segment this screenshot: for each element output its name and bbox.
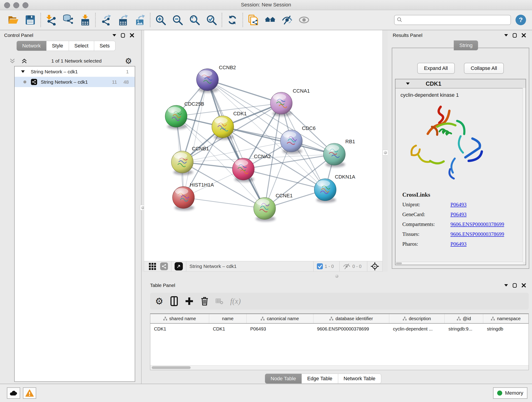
tab-string[interactable]: String [454,40,478,51]
network-view-canvas[interactable]: CCNB2 CCNA1 CDC25B CDK1 CDC6 RB1 CCNB1 C… [144,30,383,261]
network-edge[interactable] [184,198,265,209]
zoom-out-button[interactable] [171,13,184,27]
column-header-2[interactable]: canonical name [247,314,313,323]
show-hide-graphics-button[interactable] [281,13,293,27]
collapse-all-button[interactable]: Collapse All [464,63,504,74]
network-edge[interactable] [207,80,265,209]
network-node[interactable]: CCNB2 [196,65,236,93]
cloud-status-button[interactable] [7,387,20,399]
column-header-0[interactable]: shared name [150,314,209,323]
column-header-3[interactable]: database identifier [313,314,389,323]
collection-expander-icon[interactable] [21,70,25,73]
results-horizontal-scrollbar[interactable] [395,262,523,265]
import-table-button[interactable] [79,13,91,27]
crosslink-tissues-link[interactable]: 9606.ENSP00000378699 [450,231,504,237]
expand-all-networks-icon[interactable] [21,58,28,64]
birds-eye-view-icon[interactable] [175,262,183,270]
tab-style[interactable]: Style [46,41,69,51]
network-graph[interactable]: CCNB2 CCNA1 CDC25B CDK1 CDC6 RB1 CCNB1 C… [144,30,382,261]
table-options-gear-icon[interactable]: ⚙ [155,297,163,306]
network-row[interactable]: String Network – cdk1 11 48 [15,77,135,87]
column-header-5[interactable]: @id [445,314,483,323]
network-collection-row[interactable]: String Network – cdk1 1 [15,66,135,77]
tab-select[interactable]: Select [69,41,94,51]
network-node[interactable]: CDK1 [212,111,247,140]
zoom-fit-content-button[interactable] [188,13,201,27]
horizontal-splitter-handle[interactable] [335,274,338,278]
tab-network-table[interactable]: Network Table [338,374,381,384]
selected-checkbox-icon[interactable] [317,263,323,269]
create-column-plus-icon[interactable] [185,297,194,306]
network-grid-view-icon[interactable] [148,262,157,270]
network-node[interactable]: HIST1H1A [172,182,214,211]
results-panel-maximize-icon[interactable] [513,33,517,38]
preview-mode-button[interactable] [298,13,310,27]
table-panel-float-icon[interactable] [504,284,508,287]
control-panel-maximize-icon[interactable] [121,33,125,38]
right-splitter-handle[interactable] [383,150,388,155]
apply-preferred-layout-button[interactable] [226,13,239,27]
tab-network[interactable]: Network [17,41,46,51]
network-share-view-icon[interactable] [160,262,168,270]
tab-node-table[interactable]: Node Table [265,374,302,384]
string-home-icon [265,14,276,26]
export-table-button[interactable] [116,13,129,27]
table-row[interactable]: CDK1 CDK1 P06493 9606.ENSP00000378699 cy… [150,324,529,334]
import-network-button[interactable] [45,13,57,27]
apply-preferred-layout-icon [227,14,238,26]
export-table-icon [117,14,128,26]
string-home-button[interactable] [264,13,277,27]
table-panel-close-icon[interactable] [521,283,526,288]
network-node[interactable]: CCNA1 [270,88,310,116]
delete-column-trash-icon[interactable] [201,296,209,306]
table-scrollbar-thumb[interactable] [152,366,191,369]
memory-button[interactable]: Memory [493,387,527,399]
fit-selected-crosshair-icon[interactable] [370,262,379,271]
crosslink-genecard-link[interactable]: P06493 [450,211,467,217]
search-input[interactable] [394,15,511,25]
crosslink-pharos-link[interactable]: P06493 [450,241,467,247]
control-panel-title: Control Panel [4,32,33,38]
column-header-6[interactable]: namespace [483,314,529,323]
string-protein-query-icon [248,14,259,26]
network-edge[interactable] [207,80,281,103]
control-panel-close-icon[interactable] [130,33,134,38]
zoom-in-button[interactable] [154,13,167,27]
table-horizontal-scrollbar[interactable] [150,365,529,370]
table-panel-maximize-icon[interactable] [513,283,517,288]
zoom-selected-button[interactable] [205,13,218,27]
save-session-button[interactable] [24,13,37,27]
gene-expander-icon[interactable] [406,83,410,85]
hidden-eye-slash-icon[interactable] [343,263,351,269]
export-network-button[interactable] [99,13,112,27]
tab-edge-table[interactable]: Edge Table [302,374,338,384]
help-button[interactable]: ? [515,15,526,25]
network-node[interactable]: RB1 [323,139,355,167]
results-panel-close-icon[interactable] [521,33,526,38]
crosslink-label: Tissues: [402,231,450,237]
import-network-from-database-button[interactable] [62,13,75,27]
column-header-1[interactable]: name [209,314,247,323]
column-header-4[interactable]: description [389,314,445,323]
tab-sets[interactable]: Sets [94,41,115,51]
crosslink-uniprot-link[interactable]: P06493 [450,202,467,208]
network-node[interactable]: CCNB1 [171,146,209,175]
string-protein-query-button[interactable] [247,13,260,27]
results-vertical-scrollbar[interactable] [523,88,526,262]
show-columns-icon[interactable] [170,296,178,306]
network-node[interactable]: CDKN1A [314,174,355,203]
network-options-gear-icon[interactable]: ⚙ [125,57,132,65]
right-splitter[interactable] [383,30,388,272]
results-panel-float-icon[interactable] [504,34,508,36]
export-image-button[interactable] [133,13,146,27]
network-edge-count: 48 [123,79,129,85]
expand-all-button[interactable]: Expand All [417,63,455,74]
crosslink-compartments-link[interactable]: 9606.ENSP00000378699 [450,221,504,227]
network-edge[interactable] [184,80,208,198]
warnings-button[interactable] [23,387,36,399]
collapse-all-networks-icon[interactable] [9,58,16,64]
control-panel-float-icon[interactable] [113,34,116,36]
open-session-button[interactable] [7,13,20,27]
network-edge[interactable] [223,127,334,154]
horizontal-splitter[interactable] [142,272,532,281]
